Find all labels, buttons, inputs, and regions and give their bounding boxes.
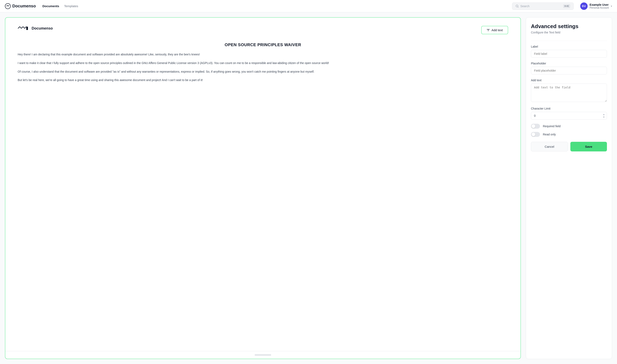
increment-icon[interactable]: ▲ [603,113,605,116]
text-icon [487,28,490,32]
read-only-slider [531,132,540,137]
user-info: Example User Personal Account [590,3,609,9]
logo-icon [5,3,11,9]
doc-logo-text: Documenso [32,26,53,31]
number-arrows[interactable]: ▲ ▼ [603,113,605,118]
chevron-down-icon: ▾ [611,5,612,8]
read-only-row: Read only [531,132,607,137]
nav-templates[interactable]: Templates [64,3,78,9]
doc-paragraph-4: But let's be real here, we're all going … [18,78,508,83]
add-text-button[interactable]: Add text [481,26,508,34]
add-text-field-label: Add text [531,78,607,82]
doc-paragraph-3: Of course, I also understand that the do… [18,69,508,74]
logo[interactable]: Documenso [5,3,36,9]
cancel-button[interactable]: Cancel [531,142,568,151]
save-button[interactable]: Save [570,142,607,151]
character-limit-wrapper: ▲ ▼ [531,112,607,120]
doc-header: Documenso Add text [18,26,508,34]
doc-logo-icon [18,26,30,31]
doc-footer [5,351,521,359]
character-limit-label: Character Limit [531,107,607,110]
avatar: EU [580,2,588,10]
search-placeholder: Search [521,4,562,8]
label-field-label: Label [531,45,607,48]
doc-logo: Documenso [18,26,53,31]
add-text-label: Add text [492,28,503,32]
main-content: Documenso Add text OPEN SOURCE PRINCIPLE… [0,12,617,364]
settings-title: Advanced settings [531,23,607,29]
add-text-field-group: Add text [531,78,607,103]
search-shortcut: ⌘+K [563,4,570,8]
svg-rect-4 [488,29,488,31]
decrement-icon[interactable]: ▼ [603,116,605,118]
read-only-toggle[interactable] [531,132,540,137]
user-name: Example User [590,3,609,6]
settings-panel: Advanced settings Configure the Text fie… [526,17,612,359]
placeholder-field-group: Placeholder [531,62,607,75]
label-input[interactable] [531,50,607,58]
required-field-row: Required field [531,124,607,129]
svg-marker-2 [26,27,28,30]
page-indicator [255,355,271,355]
header: Documenso Documents Templates Search ⌘+K… [0,0,617,12]
label-field-group: Label [531,45,607,58]
document-area: Documenso Add text OPEN SOURCE PRINCIPLE… [5,17,521,359]
doc-body: Hey there! I am declaring that this exam… [18,52,508,83]
action-buttons: Cancel Save [531,142,607,151]
main-nav: Documents Templates [42,3,78,9]
user-account: Personal Account [590,6,609,9]
required-field-slider [531,124,540,129]
add-text-textarea[interactable] [531,83,607,102]
read-only-label: Read only [543,133,556,136]
search-icon [516,4,519,8]
required-field-toggle[interactable] [531,124,540,129]
doc-paragraph-1: Hey there! I am declaring that this exam… [18,52,508,57]
character-limit-group: Character Limit ▲ ▼ [531,107,607,120]
doc-paragraph-2: I want to make it clear that I fully sup… [18,61,508,66]
document-inner: Documenso Add text OPEN SOURCE PRINCIPLE… [5,18,521,351]
settings-subtitle: Configure the Text field [531,31,607,34]
placeholder-field-label: Placeholder [531,62,607,65]
user-menu[interactable]: EU Example User Personal Account ▾ [580,2,612,10]
logo-text: Documenso [12,4,36,8]
character-limit-input[interactable] [531,112,607,120]
required-field-label: Required field [543,125,561,128]
svg-point-0 [5,3,11,9]
placeholder-input[interactable] [531,67,607,75]
search-bar[interactable]: Search ⌘+K [512,2,574,10]
doc-title: OPEN SOURCE PRINCIPLES WAIVER [18,42,508,47]
nav-documents[interactable]: Documents [42,3,59,9]
